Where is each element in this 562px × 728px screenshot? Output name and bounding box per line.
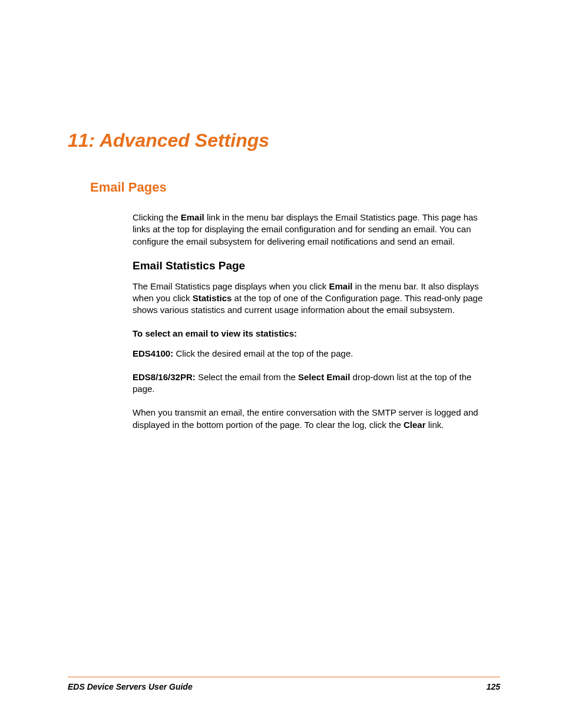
footer-title: EDS Device Servers User Guide — [68, 682, 193, 691]
transmit-text-2: link. — [426, 420, 444, 430]
transmit-bold-clear: Clear — [404, 420, 426, 430]
stats-paragraph-1: The Email Statistics page displays when … — [133, 281, 494, 317]
page-number: 125 — [487, 682, 500, 691]
stats-text-1: The Email Statistics page displays when … — [133, 281, 329, 291]
eds81632-line: EDS8/16/32PR: Select the email from the … — [133, 371, 494, 396]
chapter-number: 11: — [68, 130, 95, 151]
chapter-title: 11: Advanced Settings — [68, 130, 500, 151]
page-content: 11: Advanced Settings Email Pages Clicki… — [0, 0, 562, 431]
stats-bold-email: Email — [329, 281, 352, 291]
eds4100-label: EDS4100: — [133, 348, 173, 358]
chapter-title-text: Advanced Settings — [100, 130, 269, 151]
eds81632-text-1: Select the email from the — [196, 372, 298, 382]
section-email-pages-heading: Email Pages — [90, 180, 500, 195]
stats-bold-statistics: Statistics — [193, 293, 232, 303]
page-footer: EDS Device Servers User Guide 125 — [68, 677, 500, 691]
intro-text-1: Clicking the — [133, 212, 181, 222]
transmit-paragraph: When you transmit an email, the entire c… — [133, 407, 494, 431]
footer-row: EDS Device Servers User Guide 125 — [68, 682, 500, 691]
eds4100-line: EDS4100: Click the desired email at the … — [133, 348, 494, 360]
eds81632-label: EDS8/16/32PR: — [133, 372, 196, 382]
eds81632-bold-select: Select Email — [298, 372, 350, 382]
intro-paragraph: Clicking the Email link in the menu bar … — [133, 212, 494, 248]
eds4100-text: Click the desired email at the top of th… — [173, 348, 353, 358]
footer-rule — [68, 677, 500, 677]
instruction-line: To select an email to view its statistic… — [133, 328, 494, 338]
intro-bold-email: Email — [181, 212, 204, 222]
subsection-email-statistics-heading: Email Statistics Page — [133, 259, 500, 272]
